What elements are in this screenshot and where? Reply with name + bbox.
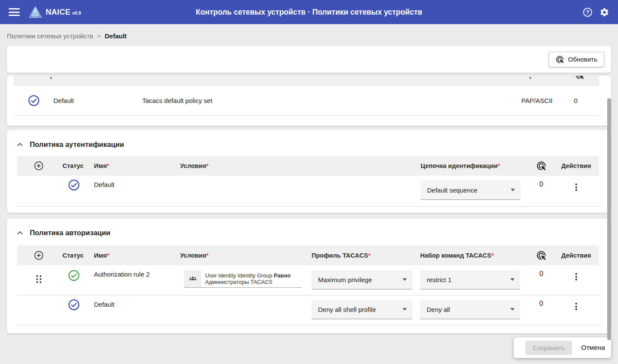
column-name: Имя*	[93, 252, 180, 259]
row-actions-kebab-icon[interactable]	[574, 271, 579, 282]
topbar-actions: ?	[583, 7, 609, 17]
identity-chain-value: Default sequence	[427, 187, 478, 194]
app-version: v0.9	[72, 10, 81, 16]
app-brand: NAICE v0.9	[46, 8, 81, 17]
refresh-button-label: Обновить	[568, 56, 597, 63]
tacacs-profile-select[interactable]: Deny all shell profile	[312, 300, 412, 319]
required-mark: *	[491, 252, 494, 259]
vertical-scrollbar[interactable]	[607, 98, 611, 340]
policy-set-hits: 0	[552, 97, 599, 104]
policy-set-table-card: Default Tacacs default policy set PAP/AS…	[7, 76, 611, 126]
breadcrumb-separator: >	[97, 32, 101, 40]
tacacs-command-set-select[interactable]: restrict 1	[420, 270, 520, 289]
column-status: Статус	[60, 162, 93, 169]
required-mark: *	[368, 252, 371, 259]
status-enabled-icon	[28, 95, 40, 106]
page-title: Контроль сетевых устройств · Политики се…	[196, 8, 422, 17]
hits-column-ads-click-icon	[536, 161, 546, 171]
breadcrumb-current: Default	[105, 32, 127, 40]
rule-hits: 0	[521, 180, 562, 188]
add-rule-icon[interactable]	[34, 251, 44, 260]
refresh-hits-button[interactable]: Обновить	[549, 52, 604, 67]
condition-chip[interactable]: User identity·Identity Group Равно Админ…	[184, 270, 302, 288]
rule-name: Default	[93, 181, 180, 188]
column-actions: Действия	[562, 162, 599, 169]
cancel-button[interactable]: Отмена	[581, 344, 605, 352]
rule-hits: 0	[521, 270, 562, 278]
policy-set-table-header-clipped	[14, 76, 599, 85]
tacacs-command-set-value: Deny all	[427, 306, 450, 313]
authorization-table-header: Статус Имя* Условия* Профиль TACACS* Наб…	[17, 246, 599, 265]
chevron-down-icon	[403, 278, 407, 281]
add-rule-icon[interactable]	[34, 161, 44, 171]
authorization-rule-row: Authorization rule 2 User identity·Ident…	[17, 265, 599, 296]
authorization-rule-row: Default Deny all shell profile Deny all …	[17, 296, 599, 325]
naice-logo-icon	[28, 6, 42, 18]
tacacs-command-set-select[interactable]: Deny all	[420, 300, 520, 319]
app-root: NAICE v0.9 Контроль сетевых устройств · …	[0, 0, 618, 333]
column-conditions: Условия*	[180, 252, 302, 259]
status-enabled-icon	[68, 179, 80, 191]
ads-click-icon	[556, 55, 564, 64]
rule-hits: 0	[521, 300, 562, 308]
ads-click-icon	[575, 76, 584, 80]
breadcrumb-parent-link[interactable]: Политики сетевых устройств	[7, 32, 93, 40]
menu-icon[interactable]	[9, 8, 20, 16]
identity-chain-select[interactable]: Default sequence	[421, 180, 521, 200]
policy-set-name: Default	[53, 97, 142, 104]
chevron-down-icon	[510, 308, 515, 311]
help-icon[interactable]: ?	[583, 8, 592, 17]
authorization-policy-card: Политика авторизации Статус Имя* Условия…	[7, 218, 611, 333]
tacacs-profile-select[interactable]: Maximum privilege	[312, 270, 412, 289]
required-mark: *	[497, 162, 500, 169]
hits-column-ads-click-icon	[536, 250, 546, 261]
required-mark: *	[107, 162, 109, 169]
tacacs-command-set-value: restrict 1	[427, 276, 452, 283]
status-cell	[14, 95, 53, 106]
settings-gear-icon[interactable]	[599, 7, 609, 17]
required-mark: *	[206, 162, 209, 169]
section-title: Политика авторизации	[30, 229, 110, 237]
required-mark: *	[107, 252, 109, 259]
row-actions-kebab-icon[interactable]	[574, 301, 579, 312]
tacacs-profile-value: Maximum privilege	[318, 276, 372, 283]
tacacs-profile-value: Deny all shell profile	[318, 306, 376, 313]
policy-set-row[interactable]: Default Tacacs default policy set PAP/AS…	[14, 85, 599, 116]
identity-group-icon	[184, 270, 201, 287]
rule-name: Authorization rule 2	[93, 271, 180, 278]
column-actions: Действия	[562, 252, 599, 259]
column-identity-chain: Цепочка идентификации*	[410, 162, 521, 169]
footer-action-panel: Сохранить Отмена	[514, 337, 611, 358]
breadcrumb: Политики сетевых устройств > Default	[0, 24, 618, 46]
app-name: NAICE	[46, 8, 71, 17]
policy-set-protocols: PAP/ASCII	[488, 97, 552, 104]
collapse-chevron-icon[interactable]	[17, 231, 23, 235]
top-app-bar: NAICE v0.9 Контроль сетевых устройств · …	[0, 0, 618, 24]
authentication-policy-card: Политика аутентификации Статус Имя* Усло…	[7, 130, 611, 213]
column-conditions: Условия*	[180, 162, 410, 169]
status-enabled-icon	[68, 270, 80, 281]
status-enabled-icon	[68, 299, 80, 311]
drag-handle-icon[interactable]	[35, 274, 43, 284]
collapse-chevron-icon[interactable]	[17, 143, 23, 146]
toolbar-card: Обновить	[7, 46, 611, 73]
condition-text: User identity·Identity Group Равно Админ…	[205, 270, 290, 287]
authentication-rule-row: Default Default sequence 0	[17, 176, 599, 207]
row-actions-kebab-icon[interactable]	[574, 182, 579, 193]
chevron-down-icon	[403, 308, 407, 311]
policy-set-description: Tacacs default policy set	[142, 97, 488, 104]
column-name: Имя*	[93, 162, 180, 169]
chevron-down-icon	[511, 189, 515, 191]
rule-name: Default	[93, 301, 180, 308]
column-status: Статус	[60, 252, 93, 259]
chevron-down-icon	[510, 278, 515, 281]
column-tacacs-profile: Профиль TACACS*	[302, 252, 412, 259]
save-button[interactable]: Сохранить	[525, 341, 572, 355]
required-mark: *	[206, 252, 209, 259]
column-tacacs-command-set: Набор команд TACACS*	[412, 252, 521, 259]
authentication-table-header: Статус Имя* Условия* Цепочка идентификац…	[17, 156, 599, 176]
section-title: Политика аутентификации	[30, 140, 124, 149]
